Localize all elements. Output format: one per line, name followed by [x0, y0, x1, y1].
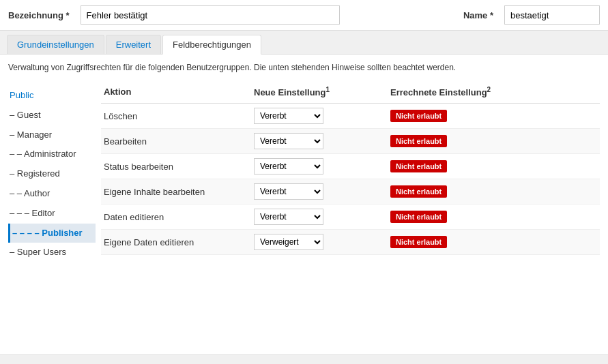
tab-grundeinstellungen[interactable]: Grundeinstellungen: [7, 35, 104, 54]
sidebar-item-guest[interactable]: – Guest: [8, 106, 96, 125]
cell-neue-0: VererbtVerweigertErlaubt: [251, 104, 388, 129]
cell-action-1: Bearbeiten: [101, 129, 251, 154]
name-input[interactable]: [504, 5, 600, 25]
select-wrapper-4: VererbtVerweigertErlaubt: [254, 209, 323, 225]
cell-errechnete-3: Nicht erlaubt: [388, 179, 600, 204]
table-row: BearbeitenVererbtVerweigertErlaubtNicht …: [101, 129, 600, 154]
cell-neue-1: VererbtVerweigertErlaubt: [251, 129, 388, 154]
sidebar-item-manager[interactable]: – Manager: [8, 125, 96, 145]
top-bar: Bezeichnung * Name *: [0, 0, 608, 31]
tab-erweitert[interactable]: Erweitert: [106, 35, 161, 54]
table-row: Eigene Daten editierenVererbtVerweigertE…: [101, 230, 600, 255]
neue-select-2[interactable]: VererbtVerweigertErlaubt: [255, 159, 323, 174]
cell-action-5: Eigene Daten editieren: [101, 230, 251, 255]
cell-errechnete-4: Nicht erlaubt: [388, 204, 600, 230]
content-area: Verwaltung von Zugriffsrechten für die f…: [0, 55, 608, 354]
cell-neue-3: VererbtVerweigertErlaubt: [251, 179, 388, 204]
status-badge-3: Nicht erlaubt: [390, 185, 447, 198]
select-wrapper-3: VererbtVerweigertErlaubt: [254, 183, 323, 200]
status-badge-5: Nicht erlaubt: [390, 236, 447, 248]
neue-select-4[interactable]: VererbtVerweigertErlaubt: [255, 209, 323, 224]
sidebar-item-public[interactable]: Public: [8, 86, 96, 106]
permissions-table: Aktion Neue Einstellung1 Errechnete Eins…: [101, 83, 600, 255]
cell-action-3: Eigene Inhalte bearbeiten: [101, 179, 251, 204]
cell-neue-4: VererbtVerweigertErlaubt: [251, 204, 388, 230]
status-badge-0: Nicht erlaubt: [390, 110, 447, 122]
table-row: Daten editierenVererbtVerweigertErlaubtN…: [101, 204, 600, 230]
cell-neue-5: VererbtVerweigertErlaubt: [251, 230, 388, 255]
col-header-errechnete: Errechnete Einstellung2: [388, 83, 600, 104]
neue-select-3[interactable]: VererbtVerweigertErlaubt: [255, 184, 323, 199]
status-badge-1: Nicht erlaubt: [390, 135, 447, 147]
sidebar-item-registered[interactable]: – Registered: [8, 164, 96, 184]
name-label: Name *: [463, 10, 493, 20]
table-row: LöschenVererbtVerweigertErlaubtNicht erl…: [101, 104, 600, 129]
tabs-bar: Grundeinstellungen Erweitert Feldberecht…: [0, 31, 608, 55]
neue-select-5[interactable]: VererbtVerweigertErlaubt: [255, 234, 323, 249]
sidebar-item-administrator[interactable]: – – Administrator: [8, 145, 96, 164]
cell-action-2: Status bearbeiten: [101, 154, 251, 179]
cell-errechnete-5: Nicht erlaubt: [388, 230, 600, 255]
sidebar-item-editor[interactable]: – – – Editor: [8, 204, 96, 224]
sidebar-item-author[interactable]: – – Author: [8, 184, 96, 204]
select-wrapper-1: VererbtVerweigertErlaubt: [254, 133, 323, 149]
main-layout: Public – Guest – Manager – – Administrat…: [8, 83, 600, 262]
tab-feldberechtigungen[interactable]: Feldberechtigungen: [162, 35, 261, 55]
status-badge-4: Nicht erlaubt: [390, 211, 447, 223]
bezeichnung-input[interactable]: [81, 5, 340, 25]
cell-errechnete-2: Nicht erlaubt: [388, 154, 600, 179]
bottom-bar: [0, 354, 608, 364]
col-header-action: Aktion: [101, 83, 251, 104]
sidebar-item-publisher[interactable]: – – – – Publisher: [8, 224, 96, 243]
table-row: Eigene Inhalte bearbeitenVererbtVerweige…: [101, 179, 600, 204]
status-badge-2: Nicht erlaubt: [390, 160, 447, 172]
select-wrapper-0: VererbtVerweigertErlaubt: [254, 108, 323, 124]
sidebar: Public – Guest – Manager – – Administrat…: [8, 83, 96, 262]
cell-action-4: Daten editieren: [101, 204, 251, 230]
table-row: Status bearbeitenVererbtVerweigertErlaub…: [101, 154, 600, 179]
bezeichnung-label: Bezeichnung *: [8, 10, 70, 20]
cell-errechnete-1: Nicht erlaubt: [388, 129, 600, 154]
cell-neue-2: VererbtVerweigertErlaubt: [251, 154, 388, 179]
permissions-table-area: Aktion Neue Einstellung1 Errechnete Eins…: [96, 83, 600, 262]
neue-select-0[interactable]: VererbtVerweigertErlaubt: [255, 108, 323, 123]
col-header-neue: Neue Einstellung1: [251, 83, 388, 104]
cell-errechnete-0: Nicht erlaubt: [388, 104, 600, 129]
sidebar-item-superusers[interactable]: – Super Users: [8, 243, 96, 262]
select-wrapper-5: VererbtVerweigertErlaubt: [254, 234, 323, 250]
neue-select-1[interactable]: VererbtVerweigertErlaubt: [255, 134, 323, 149]
cell-action-0: Löschen: [101, 104, 251, 129]
select-wrapper-2: VererbtVerweigertErlaubt: [254, 158, 323, 175]
description-text: Verwaltung von Zugriffsrechten für die f…: [8, 61, 600, 74]
